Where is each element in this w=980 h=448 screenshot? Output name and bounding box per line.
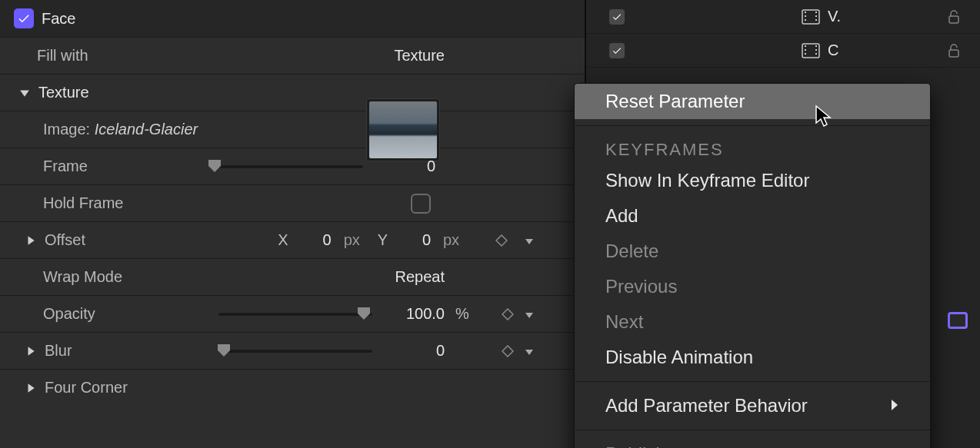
menu-item-add-parameter-behavior[interactable]: Add Parameter Behavior [575,388,930,423]
opacity-unit: % [455,305,477,323]
menu-separator [575,430,930,430]
svg-rect-10 [805,49,806,51]
slider-thumb[interactable] [208,160,222,172]
frame-slider[interactable] [209,165,363,168]
cursor-icon [814,105,834,132]
keyframe-diamond-icon[interactable] [495,234,508,247]
texture-image-row[interactable]: Image: Iceland-Glacier [0,111,585,148]
chevron-down-icon[interactable] [525,305,534,323]
blur-slider[interactable] [218,350,372,353]
face-label: Face [42,10,75,28]
fill-with-label: Fill with [37,47,88,65]
texture-label: Texture [38,84,89,101]
offset-x-label: X [278,231,288,249]
lock-open-icon[interactable] [946,9,962,25]
menu-separator [575,125,930,126]
face-parameter-row[interactable]: Face [0,0,585,37]
blur-row[interactable]: Blur 0 [0,332,585,369]
hold-frame-label: Hold Frame [43,194,123,212]
film-icon [802,43,820,58]
svg-rect-14 [815,53,817,55]
selection-indicator [948,312,968,329]
layer-row[interactable]: V. [586,0,980,34]
texture-header-row[interactable]: Texture [0,74,585,111]
image-well[interactable] [366,98,440,161]
frame-label: Frame [43,158,88,175]
offset-row[interactable]: Offset X 0 px Y 0 px [0,221,585,258]
svg-rect-1 [805,12,806,13]
frame-value[interactable]: 0 [382,158,435,175]
check-icon [612,45,622,56]
svg-rect-2 [805,15,806,17]
menu-separator [575,381,930,382]
menu-item-publish: Publish [575,436,930,448]
frame-row[interactable]: Frame 0 [0,148,585,184]
image-label: Image: [43,121,90,138]
menu-section-keyframes: KEYFRAMES [575,132,930,163]
fill-with-value: Texture [394,47,445,65]
wrap-mode-label: Wrap Mode [43,268,122,286]
layer-row[interactable]: C [586,34,980,68]
svg-rect-9 [805,45,806,47]
layer-label: C [828,41,838,59]
offset-label: Offset [45,231,85,249]
svg-rect-7 [949,16,958,23]
blur-label: Blur [45,342,72,360]
triangle-right-icon[interactable] [25,383,37,393]
blur-value[interactable]: 0 [391,342,445,360]
svg-rect-13 [815,49,817,51]
menu-item-previous: Previous [575,269,930,304]
four-corner-label: Four Corner [45,379,128,397]
slider-thumb[interactable] [217,344,231,357]
svg-rect-15 [949,50,958,57]
offset-x-unit: px [344,231,365,249]
menu-item-reset-parameter[interactable]: Reset Parameter [575,84,930,119]
image-name: Iceland-Glacier [95,121,198,138]
fill-with-row[interactable]: Fill with Texture [0,37,585,74]
inspector-panel: Face Fill with Texture Texture Image: Ic… [0,0,585,448]
opacity-label: Opacity [43,305,95,323]
hold-frame-checkbox[interactable] [411,194,431,214]
svg-rect-4 [815,12,817,13]
face-checkbox[interactable] [14,8,34,28]
triangle-down-icon[interactable] [18,88,31,98]
svg-rect-5 [815,15,817,17]
opacity-value[interactable]: 100.0 [391,305,445,323]
triangle-right-icon[interactable] [25,235,37,246]
hold-frame-row[interactable]: Hold Frame [0,184,585,221]
offset-y-value[interactable]: 0 [400,231,431,249]
offset-y-unit: px [443,231,465,249]
svg-rect-12 [815,45,817,47]
menu-item-delete: Delete [575,234,930,269]
layer-checkbox[interactable] [609,43,625,58]
check-icon [17,12,31,25]
slider-thumb[interactable] [357,307,371,320]
menu-item-disable-animation[interactable]: Disable Animation [575,340,930,375]
svg-rect-6 [815,19,817,21]
opacity-row[interactable]: Opacity 100.0 % [0,295,585,332]
keyframe-diamond-icon[interactable] [502,345,514,357]
menu-item-add[interactable]: Add [575,198,930,234]
submenu-arrow-icon [890,394,899,417]
menu-item-label: Add Parameter Behavior [605,395,808,416]
chevron-down-icon[interactable] [525,342,534,360]
triangle-right-icon[interactable] [25,346,37,357]
parameter-context-menu: Reset Parameter KEYFRAMES Show In Keyfra… [574,83,931,448]
wrap-mode-row[interactable]: Wrap Mode Repeat [0,258,585,295]
four-corner-row[interactable]: Four Corner [0,369,585,406]
layer-checkbox[interactable] [609,9,625,25]
wrap-mode-value: Repeat [395,268,445,286]
film-icon [802,9,820,25]
check-icon [612,12,622,22]
lock-open-icon[interactable] [946,43,962,58]
opacity-slider[interactable] [218,313,372,316]
image-thumbnail [369,101,437,158]
keyframe-diamond-icon[interactable] [502,308,514,320]
svg-rect-3 [805,19,806,21]
offset-x-value[interactable]: 0 [301,231,332,249]
offset-y-label: Y [378,231,388,249]
menu-item-show-in-keyframe-editor[interactable]: Show In Keyframe Editor [575,163,930,198]
chevron-down-icon[interactable] [525,231,534,249]
svg-rect-11 [805,53,806,55]
layer-label: V. [828,8,841,25]
